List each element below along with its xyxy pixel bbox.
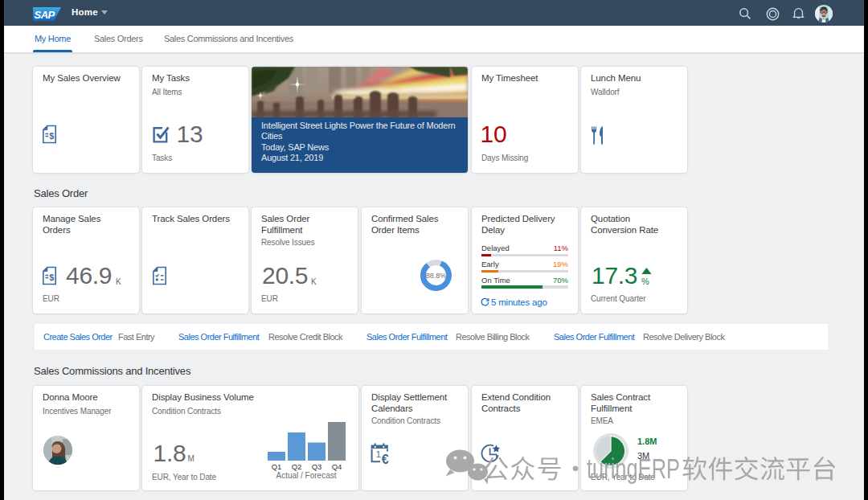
svg-text:turingERP: turingERP: [587, 453, 680, 484]
